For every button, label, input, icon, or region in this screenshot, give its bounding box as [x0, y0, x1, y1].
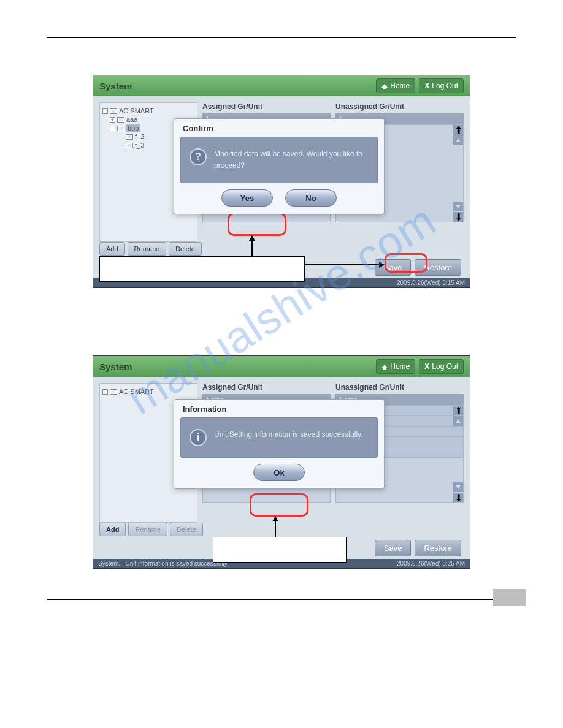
scroll-up-icon[interactable] [453, 135, 463, 145]
dialog-message: Modified data will be saved. Would you l… [214, 148, 369, 172]
ok-button[interactable]: Ok [253, 464, 305, 481]
tree-node-f3[interactable]: f_3 [135, 142, 144, 149]
home-label: Home [390, 362, 410, 371]
confirm-dialog: Confirm ? Modified data will be saved. W… [174, 118, 385, 214]
collapse-icon[interactable]: - [102, 108, 108, 114]
home-icon [381, 365, 388, 368]
home-label: Home [390, 82, 410, 90]
logout-label: Log Out [432, 82, 458, 90]
collapse-icon[interactable]: - [110, 126, 115, 131]
scroll-top-icon[interactable]: ⬆ [453, 406, 463, 415]
tree-node-aaa[interactable]: aaa [126, 116, 137, 123]
restore-button[interactable]: Restore [415, 540, 461, 556]
logout-button[interactable]: XLog Out [419, 359, 464, 374]
scroll-bottom-icon[interactable]: ⬇ [453, 212, 463, 222]
page-title: System [99, 81, 372, 91]
home-button[interactable]: Home [376, 359, 415, 374]
screenshot-information: System Home XLog Out +AC SMART Assigned … [93, 355, 470, 569]
add-button[interactable]: Add [99, 523, 126, 536]
close-icon: X [424, 362, 429, 371]
tree-node-f2[interactable]: f_2 [135, 133, 144, 140]
scroll-down-icon[interactable] [453, 202, 463, 211]
dialog-title: Information [174, 400, 384, 417]
close-icon: X [424, 82, 429, 90]
rename-button[interactable]: Rename [128, 242, 167, 256]
unassigned-heading: Unassigned Gr/Unit [335, 102, 464, 111]
scroll-bottom-icon[interactable]: ⬇ [453, 493, 463, 502]
arrow-up-icon [275, 517, 276, 537]
tree-node-bbb[interactable]: bbb [126, 124, 140, 132]
page-title: System [99, 362, 372, 372]
rename-button[interactable]: Rename [128, 523, 167, 536]
delete-button[interactable]: Delete [169, 242, 202, 256]
question-icon: ? [190, 148, 207, 165]
info-icon: i [190, 429, 207, 446]
assigned-heading: Assigned Gr/Unit [202, 383, 331, 392]
save-button[interactable]: Save [375, 540, 412, 556]
scroll-top-icon[interactable]: ⬆ [453, 125, 463, 135]
device-icon [117, 126, 124, 131]
status-time: 2009.8.26(Wed) 3:25 AM [397, 560, 465, 567]
status-time: 2009.8.26(Wed) 3:15 AM [397, 279, 465, 286]
logout-label: Log Out [432, 362, 458, 371]
home-icon [381, 84, 388, 88]
arrow-up-icon [251, 236, 253, 257]
expand-icon[interactable]: + [110, 117, 115, 123]
device-icon [117, 117, 124, 123]
tree-root[interactable]: AC SMART [119, 107, 154, 115]
assigned-heading: Assigned Gr/Unit [202, 102, 331, 111]
unassigned-heading: Unassigned Gr/Unit [335, 383, 464, 392]
dialog-title: Confirm [174, 119, 384, 137]
restore-button[interactable]: Restore [415, 259, 461, 276]
window-header: System Home XLog Out [93, 75, 470, 96]
logout-button[interactable]: XLog Out [419, 78, 464, 93]
scroll-up-icon[interactable] [453, 416, 463, 426]
arrow-right-icon [304, 264, 384, 265]
status-message: System... Unit information is saved succ… [98, 560, 229, 567]
delete-button[interactable]: Delete [170, 523, 203, 536]
add-button[interactable]: Add [99, 242, 125, 256]
screenshot-confirm: System Home XLog Out -AC SMART +aaa -bbb… [93, 75, 470, 288]
window-header: System Home XLog Out [93, 356, 470, 377]
device-icon [126, 134, 133, 140]
device-icon [110, 108, 117, 114]
no-button[interactable]: No [285, 189, 337, 207]
expand-icon[interactable]: + [102, 389, 108, 395]
information-dialog: Information i Unit Setting information i… [174, 399, 385, 489]
scroll-down-icon[interactable] [453, 482, 463, 492]
device-icon [126, 143, 133, 148]
page-number-box [493, 589, 526, 606]
device-icon [110, 389, 117, 395]
home-button[interactable]: Home [376, 78, 415, 93]
callout-box-left [99, 256, 305, 282]
yes-button[interactable]: Yes [221, 189, 273, 207]
callout-box [213, 537, 347, 563]
tree-root[interactable]: AC SMART [119, 388, 154, 395]
dialog-message: Unit Setting information is saved succes… [214, 429, 363, 441]
